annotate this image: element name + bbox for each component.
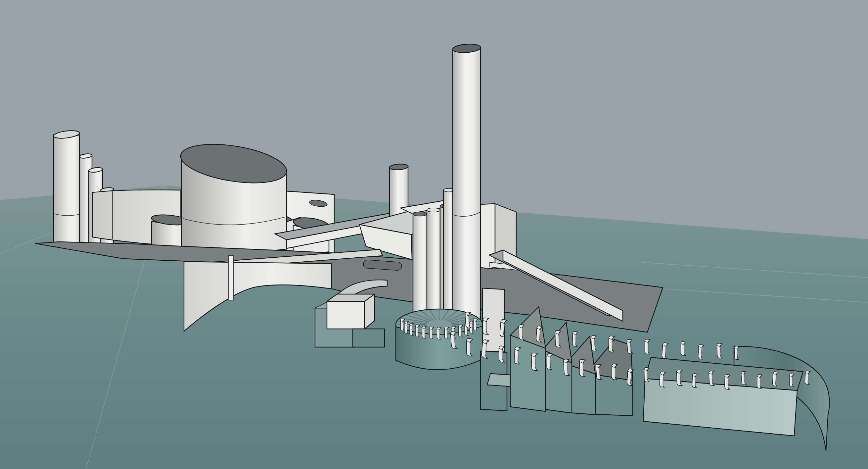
thin-fin bbox=[228, 256, 234, 300]
app-window bbox=[0, 0, 868, 469]
main-tower[interactable] bbox=[453, 43, 481, 331]
viewport-canvas[interactable] bbox=[0, 0, 868, 469]
